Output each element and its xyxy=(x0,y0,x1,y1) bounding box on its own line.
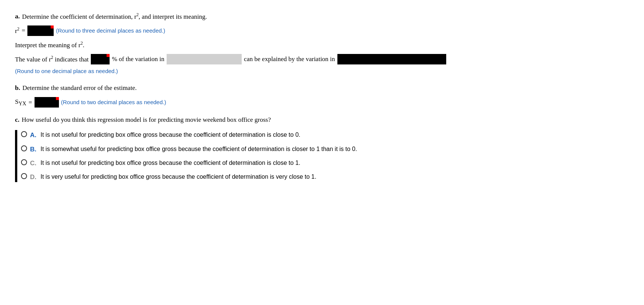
option-a-radio[interactable] xyxy=(21,131,27,137)
option-a-label: A. xyxy=(30,130,38,140)
part-a: a. Determine the coefficient of determin… xyxy=(15,11,629,76)
part-b-label: b. xyxy=(15,83,20,93)
part-a-question: Determine the coefficient of determinati… xyxy=(22,11,207,22)
part-c-label: c. xyxy=(15,115,20,125)
equals-sign-2: = xyxy=(29,97,32,108)
r-squared-input[interactable] xyxy=(27,25,54,36)
round-one-hint: (Round to one decimal place as needed.) xyxy=(15,68,118,74)
part-b-question: Determine the standard error of the esti… xyxy=(23,83,137,93)
syx-input[interactable] xyxy=(35,97,59,108)
part-c-question: How useful do you think this regression … xyxy=(22,115,271,125)
interpret-label: Interpret the meaning of r2. xyxy=(15,42,84,49)
r-squared-symbol: r2 xyxy=(15,25,20,36)
r-squared-hint: (Round to three decimal places as needed… xyxy=(56,26,165,35)
option-c-label: C. xyxy=(30,158,38,168)
variable-1-input[interactable] xyxy=(167,54,242,64)
can-be-explained-text: can be explained by the variation in xyxy=(244,54,335,64)
part-a-label: a. xyxy=(15,11,20,21)
part-c: c. How useful do you think this regressi… xyxy=(15,115,629,182)
option-b-row[interactable]: B. It is somewhat useful for predicting … xyxy=(21,144,629,154)
syx-symbol: SYX xyxy=(15,97,26,108)
option-d-radio[interactable] xyxy=(21,173,27,179)
option-b-text: It is somewhat useful for predicting box… xyxy=(41,144,357,154)
option-c-text: It is not useful for predicting box offi… xyxy=(41,158,300,168)
equals-sign-1: = xyxy=(22,25,26,36)
option-d-text: It is very useful for predicting box off… xyxy=(41,172,316,182)
variation-text: % of the variation in xyxy=(112,54,164,64)
option-d-row[interactable]: D. It is very useful for predicting box … xyxy=(21,172,629,182)
syx-hint: (Round to two decimal places as needed.) xyxy=(61,98,166,107)
option-c-row[interactable]: C. It is not useful for predicting box o… xyxy=(21,158,629,168)
option-b-label: B. xyxy=(30,144,38,154)
percentage-input[interactable] xyxy=(91,54,110,64)
option-a-text: It is not useful for predicting box offi… xyxy=(41,130,300,140)
options-list: A. It is not useful for predicting box o… xyxy=(15,130,629,182)
part-b: b. Determine the standard error of the e… xyxy=(15,83,629,108)
option-c-radio[interactable] xyxy=(21,159,27,165)
variable-2-input[interactable] xyxy=(337,54,446,64)
option-d-label: D. xyxy=(30,172,38,182)
option-b-radio[interactable] xyxy=(21,145,27,151)
value-line-prefix: The value of r2 indicates that xyxy=(15,54,89,64)
option-a-row[interactable]: A. It is not useful for predicting box o… xyxy=(21,130,629,140)
